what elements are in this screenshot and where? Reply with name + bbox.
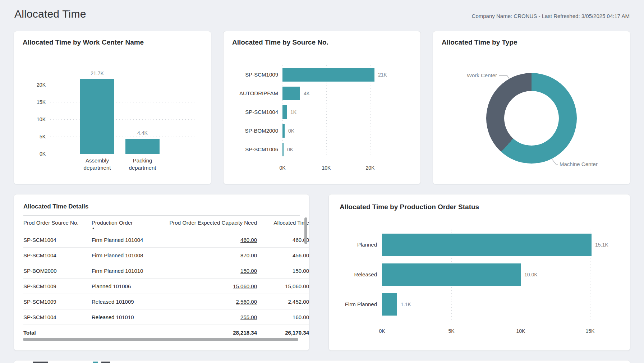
column-bar[interactable] bbox=[80, 79, 114, 154]
hbar-bar[interactable] bbox=[282, 87, 300, 100]
hbar-bar[interactable] bbox=[382, 263, 521, 286]
cell-allocated-time: 15,060.00 bbox=[257, 279, 309, 294]
hbar-bar[interactable] bbox=[282, 124, 285, 138]
bar-value-label: 21.7K bbox=[80, 70, 114, 76]
details-table-grid: Prod Order Source No.Production Order▲Pr… bbox=[23, 215, 309, 340]
cell-source-no: SP-SCM1004 bbox=[23, 309, 92, 325]
chart-title: Allocated Time by Production Order Statu… bbox=[340, 203, 479, 211]
bar-value-label: 4.4K bbox=[125, 130, 160, 136]
table-row: SP-SCM1009Planned 10100615,060.0015,060.… bbox=[23, 279, 309, 294]
y-axis-category: SP-SCM1004 bbox=[223, 109, 278, 116]
cell-production-order: Released 101009 bbox=[92, 294, 160, 309]
donut-label-machine-center: Machine Center bbox=[560, 161, 598, 167]
donut-hole bbox=[504, 91, 559, 146]
card-allocated-time-details: Allocated Time Details Prod Order Source… bbox=[14, 194, 309, 351]
y-axis-tick: 10K bbox=[27, 116, 46, 122]
cell-expected-capacity-need: 255.00 bbox=[160, 309, 257, 325]
expected-capacity-need-link[interactable]: 460.00 bbox=[240, 237, 257, 243]
cutoff-next-card bbox=[14, 360, 630, 363]
expected-capacity-need-link[interactable]: 15,060.00 bbox=[233, 283, 257, 289]
y-axis-tick: 5K bbox=[27, 134, 46, 139]
cell-production-order: Firm Planned 101004 bbox=[92, 232, 160, 248]
card-allocated-time-by-type: Allocated Time by Type Work Center Machi… bbox=[433, 31, 630, 184]
cell-production-order: Firm Planned 101008 bbox=[92, 248, 160, 263]
chart-title: Allocated Time by Work Center Name bbox=[23, 38, 144, 46]
card-allocated-time-by-work-center: Allocated Time by Work Center Name 0K5K1… bbox=[14, 31, 211, 184]
hbar-bar[interactable] bbox=[282, 143, 284, 156]
x-axis-tick: 0K bbox=[371, 328, 393, 334]
sort-ascending-icon: ▲ bbox=[92, 227, 160, 230]
hbar-bar[interactable] bbox=[382, 234, 592, 256]
x-axis-tick: 5K bbox=[441, 328, 462, 334]
expected-capacity-need-link[interactable]: 255.00 bbox=[240, 314, 257, 320]
cell-expected-capacity-need: 15,060.00 bbox=[160, 279, 257, 294]
gridline bbox=[50, 119, 196, 120]
cell-source-no: SP-SCM1004 bbox=[23, 248, 92, 263]
column-bar[interactable] bbox=[125, 139, 160, 154]
x-axis-tick: 15K bbox=[579, 328, 601, 334]
bar-value-label: 1K bbox=[290, 109, 296, 115]
expected-capacity-need-link[interactable]: 2,560.00 bbox=[236, 299, 257, 305]
cell-expected-capacity-need: 870.00 bbox=[160, 248, 257, 263]
y-axis-category: AUTODRIPFAM bbox=[223, 90, 278, 97]
x-axis-tick: 0K bbox=[272, 165, 293, 171]
table-title: Allocated Time Details bbox=[23, 203, 88, 210]
gridline bbox=[50, 137, 196, 137]
page-title: Allocated Time bbox=[14, 8, 86, 20]
table-row: SP-SCM1004Firm Planned 101004460.00460.0… bbox=[23, 232, 309, 248]
chart-title: Allocated Time by Type bbox=[442, 38, 517, 46]
table-row: SP-SCM1009Released 1010092,560.002,452.0… bbox=[23, 294, 309, 309]
cell-production-order: Released 101010 bbox=[92, 309, 160, 325]
gridline bbox=[50, 102, 196, 102]
column-header[interactable]: Prod Order Source No. bbox=[23, 215, 92, 232]
cell-source-no: SP-SCM1009 bbox=[23, 279, 92, 294]
x-axis-tick: 20K bbox=[359, 165, 381, 171]
bar-value-label: 4K bbox=[304, 91, 310, 96]
cell-expected-capacity-need: 150.00 bbox=[160, 263, 257, 279]
x-axis-category: Assembly department bbox=[75, 157, 119, 171]
cell-allocated-time: 460.00 bbox=[257, 232, 309, 248]
cell-production-order: Planned 101006 bbox=[92, 279, 160, 294]
cell-allocated-time: 456.00 bbox=[257, 248, 309, 263]
vertical-scrollbar[interactable] bbox=[304, 217, 307, 244]
details-table: Prod Order Source No.Production Order▲Pr… bbox=[23, 215, 309, 340]
column-header[interactable]: Allocated Time bbox=[257, 215, 309, 232]
cell-source-no: SP-BOM2000 bbox=[23, 263, 92, 279]
horizontal-scrollbar[interactable] bbox=[23, 338, 298, 341]
cell-production-order: Firm Planned 101010 bbox=[92, 263, 160, 279]
cell-allocated-time: 150.00 bbox=[257, 263, 309, 279]
expected-capacity-need-link[interactable]: 870.00 bbox=[240, 252, 257, 258]
y-axis-tick: 20K bbox=[27, 82, 46, 88]
hbar-bar[interactable] bbox=[282, 105, 287, 119]
card-allocated-time-by-source-no: Allocated Time by Source No. 0K10K20KSP-… bbox=[223, 31, 421, 184]
dashboard-page: Allocated Time Company Name: CRONUS - La… bbox=[0, 0, 644, 363]
cell-expected-capacity-need: 460.00 bbox=[160, 232, 257, 248]
bar-value-label: 0K bbox=[288, 128, 294, 134]
y-axis-category: Planned bbox=[328, 241, 377, 248]
table-row: SP-SCM1004Firm Planned 101008870.00456.0… bbox=[23, 248, 309, 263]
refresh-status-text: Company Name: CRONUS - Last Refreshed: 3… bbox=[472, 13, 630, 19]
cutoff-glyph bbox=[33, 362, 48, 363]
y-axis-tick: 0K bbox=[27, 151, 46, 157]
gridline bbox=[50, 154, 196, 154]
column-header[interactable]: Production Order▲ bbox=[92, 215, 160, 232]
column-header[interactable]: Prod Order Expected Capacity Need bbox=[160, 215, 257, 232]
chart-title: Allocated Time by Source No. bbox=[232, 38, 328, 46]
cell-allocated-time: 160.00 bbox=[257, 309, 309, 325]
y-axis-category: Firm Planned bbox=[328, 301, 377, 308]
y-axis-tick: 15K bbox=[27, 99, 46, 105]
y-axis-category: SP-BOM2000 bbox=[223, 127, 278, 134]
table-row: SP-BOM2000Firm Planned 101010150.00150.0… bbox=[23, 263, 309, 279]
gridline bbox=[50, 85, 196, 85]
cutoff-glyph bbox=[93, 362, 98, 363]
hbar-bar[interactable] bbox=[382, 293, 397, 316]
x-axis-category: Packing department bbox=[120, 157, 165, 171]
hbar-bar[interactable] bbox=[282, 68, 374, 82]
bar-value-label: 10.0K bbox=[524, 272, 538, 277]
cell-allocated-time: 2,452.00 bbox=[257, 294, 309, 309]
donut-label-work-center: Work Center bbox=[443, 72, 497, 78]
x-axis-tick: 10K bbox=[316, 165, 337, 171]
expected-capacity-need-link[interactable]: 150.00 bbox=[240, 268, 257, 274]
y-axis-category: SP-SCM1009 bbox=[223, 71, 278, 78]
cutoff-glyph bbox=[101, 362, 110, 363]
